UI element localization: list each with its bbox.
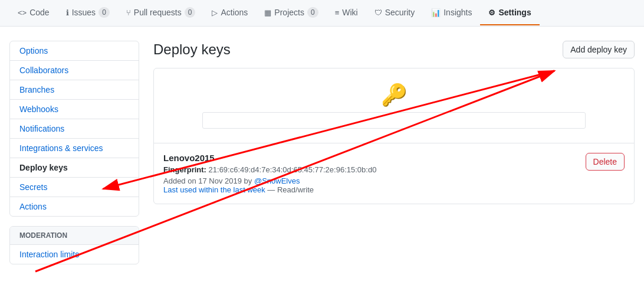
tab-insights-label: Insights <box>443 8 472 17</box>
sidebar-item-actions[interactable]: Actions <box>10 197 139 216</box>
tab-settings[interactable]: ⚙ Settings <box>480 1 539 25</box>
tab-security[interactable]: 🛡 Security <box>366 1 423 25</box>
projects-count: 0 <box>307 7 318 18</box>
key-input-fake <box>202 112 586 129</box>
issues-icon: ℹ <box>66 8 69 17</box>
key-fingerprint: Fingerprint: 21:69:c6:49:d4:7e:34:0d:65:… <box>163 165 376 174</box>
sidebar-item-secrets[interactable]: Secrets <box>10 178 139 197</box>
actions-icon: ▷ <box>212 8 218 17</box>
tab-issues[interactable]: ℹ Issues 0 <box>58 0 118 26</box>
sidebar-item-interaction-limits[interactable]: Interaction limits <box>10 245 139 264</box>
key-last-used: Last used within the last week — Read/wr… <box>163 185 376 194</box>
insights-icon: 📊 <box>431 8 441 17</box>
sidebar-item-notifications[interactable]: Notifications <box>10 119 139 139</box>
top-nav: <> Code ℹ Issues 0 ⑂ Pull requests 0 ▷ A… <box>0 0 644 27</box>
deploy-keys-container: 🔑 Lenovo2015 Fingerprint: 21:69:c6:49:d4… <box>153 68 635 204</box>
tab-actions[interactable]: ▷ Actions <box>203 1 256 25</box>
tab-wiki-label: Wiki <box>342 8 357 17</box>
delete-button[interactable]: Delete <box>586 153 625 171</box>
tab-code-label: Code <box>29 8 49 17</box>
key-name: Lenovo2015 <box>163 153 376 163</box>
main-content: Deploy keys Add deploy key 🔑 Lenovo2015 … <box>153 41 635 274</box>
key-info: Lenovo2015 Fingerprint: 21:69:c6:49:d4:7… <box>163 153 376 194</box>
tab-actions-label: Actions <box>221 8 248 17</box>
tab-code[interactable]: <> Code <box>9 1 58 25</box>
sidebar-item-collaborators[interactable]: Collaborators <box>10 61 139 80</box>
page-title: Deploy keys <box>153 41 231 58</box>
tab-issues-label: Issues <box>72 8 96 17</box>
tab-pr-label: Pull requests <box>134 8 182 17</box>
tab-insights[interactable]: 📊 Insights <box>423 1 480 25</box>
sidebar-item-webhooks[interactable]: Webhooks <box>10 100 139 119</box>
key-meta: Added on 17 Nov 2019 by @SnowElves <box>163 176 376 185</box>
pr-count: 0 <box>185 7 196 18</box>
added-on-text: Added on 17 Nov 2019 by <box>163 176 252 185</box>
added-by-link[interactable]: @SnowElves <box>254 176 300 185</box>
settings-icon: ⚙ <box>488 8 495 17</box>
page-layout: Options Collaborators Branches Webhooks … <box>0 27 644 288</box>
tab-projects[interactable]: ▦ Projects 0 <box>256 0 326 26</box>
add-deploy-key-button[interactable]: Add deploy key <box>563 41 635 58</box>
fingerprint-value: 21:69:c6:49:d4:7e:34:0d:65:45:77:2e:96:1… <box>209 165 377 174</box>
sidebar: Options Collaborators Branches Webhooks … <box>9 41 139 274</box>
fingerprint-label: Fingerprint: <box>163 165 206 174</box>
tab-security-label: Security <box>385 8 415 17</box>
sidebar-group-moderation: Moderation Interaction limits <box>9 226 139 264</box>
key-icon-area: 🔑 <box>154 68 634 143</box>
moderation-header: Moderation <box>10 227 139 245</box>
key-entry: Lenovo2015 Fingerprint: 21:69:c6:49:d4:7… <box>154 143 634 204</box>
projects-icon: ▦ <box>264 8 271 17</box>
tab-wiki[interactable]: ≡ Wiki <box>327 1 366 25</box>
access-text: — Read/write <box>267 185 314 194</box>
pr-icon: ⑂ <box>126 8 131 17</box>
tab-settings-label: Settings <box>498 8 531 17</box>
tab-pullrequests[interactable]: ⑂ Pull requests 0 <box>118 0 204 26</box>
sidebar-item-deploy-keys[interactable]: Deploy keys <box>10 158 139 178</box>
sidebar-item-options[interactable]: Options <box>10 41 139 61</box>
sidebar-group-main: Options Collaborators Branches Webhooks … <box>9 41 139 217</box>
key-icon: 🔑 <box>381 83 408 107</box>
code-icon: <> <box>18 8 27 17</box>
tab-projects-label: Projects <box>274 8 304 17</box>
sidebar-item-integrations[interactable]: Integrations & services <box>10 139 139 158</box>
sidebar-item-branches[interactable]: Branches <box>10 80 139 100</box>
last-used-text: Last used within the last week <box>163 185 265 194</box>
issues-count: 0 <box>98 7 110 18</box>
wiki-icon: ≡ <box>335 8 340 17</box>
security-icon: 🛡 <box>374 8 382 17</box>
page-header: Deploy keys Add deploy key <box>153 41 635 58</box>
